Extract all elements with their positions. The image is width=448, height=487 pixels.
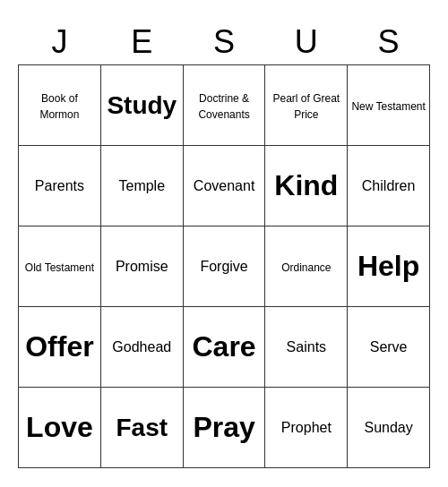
header-letter: E xyxy=(100,19,183,65)
bingo-cell: Care xyxy=(183,307,265,388)
cell-text: Offer xyxy=(25,330,93,363)
bingo-cell: Parents xyxy=(19,146,101,226)
bingo-cell: Help xyxy=(348,226,430,307)
bingo-cell: Ordinance xyxy=(265,226,348,307)
cell-text: Old Testament xyxy=(25,261,94,274)
bingo-cell: Kind xyxy=(265,146,348,226)
header-letter: J xyxy=(19,19,101,65)
cell-text: Care xyxy=(193,330,256,363)
cell-text: Kind xyxy=(274,169,338,201)
bingo-row: LoveFastPrayProphetSunday xyxy=(19,388,430,468)
bingo-cell: Study xyxy=(100,65,183,146)
bingo-cell: Love xyxy=(19,388,101,468)
bingo-cell: Pray xyxy=(183,388,265,468)
bingo-row: Old TestamentPromiseForgiveOrdinanceHelp xyxy=(19,226,430,307)
bingo-cell: Sunday xyxy=(348,388,430,468)
bingo-cell: Covenant xyxy=(183,146,265,226)
cell-text: Fast xyxy=(116,414,168,441)
cell-text: Pearl of Great Price xyxy=(273,92,340,121)
header-letter: U xyxy=(265,19,348,65)
cell-text: New Testament xyxy=(351,100,425,113)
cell-text: Temple xyxy=(118,178,165,193)
bingo-cell: Temple xyxy=(100,146,183,226)
bingo-cell: Promise xyxy=(100,226,183,307)
cell-text: Pray xyxy=(193,411,254,443)
cell-text: Covenant xyxy=(194,178,255,193)
cell-text: Saints xyxy=(287,339,326,355)
bingo-cell: Offer xyxy=(19,307,101,388)
bingo-cell: Serve xyxy=(348,307,430,388)
header-row: JESUS xyxy=(19,19,430,65)
bingo-cell: Doctrine & Covenants xyxy=(183,65,265,146)
bingo-cell: Godhead xyxy=(100,307,183,388)
bingo-cell: Old Testament xyxy=(19,226,101,307)
bingo-card: JESUS Book of MormonStudyDoctrine & Cove… xyxy=(18,19,430,469)
cell-text: Book of Mormon xyxy=(39,92,79,121)
header-letter: S xyxy=(348,19,430,65)
bingo-cell: Fast xyxy=(100,388,183,468)
cell-text: Godhead xyxy=(112,339,171,355)
bingo-cell: Book of Mormon xyxy=(19,65,101,146)
bingo-row: ParentsTempleCovenantKindChildren xyxy=(19,146,430,226)
cell-text: Help xyxy=(358,250,419,282)
cell-text: Ordinance xyxy=(281,261,331,274)
cell-text: Serve xyxy=(370,339,408,355)
cell-text: Sunday xyxy=(364,420,412,435)
bingo-row: OfferGodheadCareSaintsServe xyxy=(19,307,430,388)
cell-text: Study xyxy=(107,91,177,119)
bingo-cell: New Testament xyxy=(348,65,430,146)
cell-text: Forgive xyxy=(200,259,247,274)
cell-text: Prophet xyxy=(281,420,332,435)
cell-text: Doctrine & Covenants xyxy=(198,92,249,121)
header-letter: S xyxy=(183,19,265,65)
bingo-cell: Children xyxy=(348,146,430,226)
cell-text: Promise xyxy=(116,259,168,274)
bingo-cell: Saints xyxy=(265,307,348,388)
cell-text: Children xyxy=(362,178,416,193)
cell-text: Parents xyxy=(35,178,84,193)
bingo-row: Book of MormonStudyDoctrine & CovenantsP… xyxy=(19,65,430,146)
bingo-cell: Prophet xyxy=(265,388,348,468)
cell-text: Love xyxy=(26,411,93,443)
bingo-cell: Pearl of Great Price xyxy=(265,65,348,146)
bingo-cell: Forgive xyxy=(183,226,265,307)
